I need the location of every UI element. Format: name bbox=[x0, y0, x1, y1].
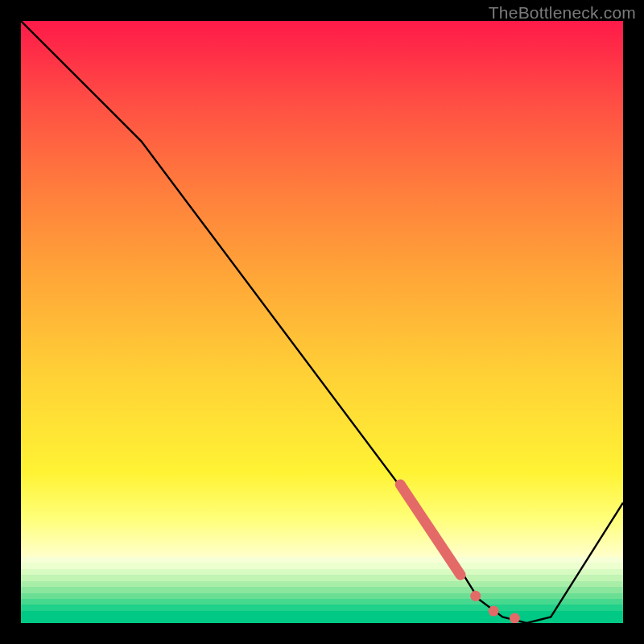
plot-area bbox=[21, 21, 623, 623]
highlight-dots bbox=[470, 591, 520, 623]
bottleneck-curve bbox=[21, 21, 623, 623]
watermark-text: TheBottleneck.com bbox=[489, 3, 636, 23]
chart-frame: TheBottleneck.com bbox=[0, 0, 644, 644]
highlight-dot bbox=[470, 591, 481, 601]
highlight-dot bbox=[510, 613, 520, 623]
chart-svg bbox=[21, 21, 623, 623]
highlight-segment bbox=[400, 485, 460, 575]
highlight-dot bbox=[489, 606, 499, 617]
